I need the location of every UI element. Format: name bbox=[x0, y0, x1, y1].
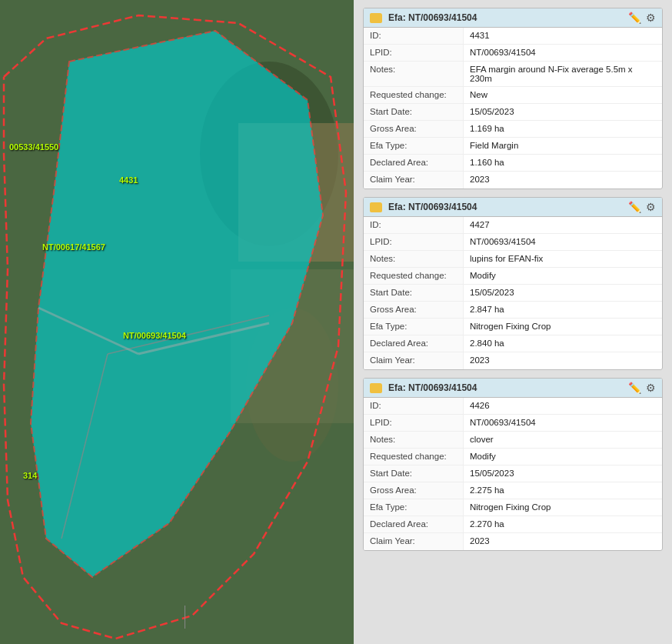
row-value: 2023 bbox=[464, 172, 662, 189]
card-header-2: Efa: NT/00693/41504✏️⚙ bbox=[364, 198, 662, 217]
gear-icon[interactable]: ⚙ bbox=[646, 12, 656, 24]
row-label: Claim Year: bbox=[364, 533, 464, 550]
folder-icon bbox=[370, 13, 382, 23]
row-label: Gross Area: bbox=[364, 302, 464, 318]
row-value: 4427 bbox=[464, 217, 662, 233]
row-label: Gross Area: bbox=[364, 482, 464, 499]
row-value: 15/05/2023 bbox=[464, 285, 662, 301]
table-row: Declared Area:2.270 ha bbox=[364, 516, 662, 533]
row-label: LPID: bbox=[364, 415, 464, 431]
row-value: NT/00693/41504 bbox=[464, 234, 662, 250]
row-label: Notes: bbox=[364, 62, 464, 86]
table-row: Claim Year:2023 bbox=[364, 533, 662, 550]
row-value: 4431 bbox=[464, 28, 662, 44]
table-row: Gross Area:2.847 ha bbox=[364, 302, 662, 319]
table-row: Declared Area:2.840 ha bbox=[364, 335, 662, 352]
row-value: 15/05/2023 bbox=[464, 465, 662, 482]
row-label: Declared Area: bbox=[364, 516, 464, 532]
table-row: Declared Area:1.160 ha bbox=[364, 155, 662, 172]
gear-icon[interactable]: ⚙ bbox=[646, 201, 656, 213]
row-label: Requested change: bbox=[364, 87, 464, 103]
table-row: ID:4431 bbox=[364, 28, 662, 45]
row-value: 2.847 ha bbox=[464, 302, 662, 318]
map-label-4431: 4431 bbox=[119, 175, 138, 185]
gear-icon[interactable]: ⚙ bbox=[646, 382, 656, 394]
row-label: Notes: bbox=[364, 432, 464, 448]
table-row: LPID:NT/00693/41504 bbox=[364, 234, 662, 251]
card-title-text: Efa: NT/00693/41504 bbox=[388, 382, 477, 393]
card-body-2: ID:4427LPID:NT/00693/41504Notes:lupins f… bbox=[364, 217, 662, 369]
card-title-text: Efa: NT/00693/41504 bbox=[388, 12, 477, 23]
table-row: Requested change:Modify bbox=[364, 449, 662, 465]
card-header-1: Efa: NT/00693/41504✏️⚙ bbox=[364, 8, 662, 28]
row-label: Efa Type: bbox=[364, 319, 464, 335]
row-value: 2.270 ha bbox=[464, 516, 662, 532]
row-value: 1.160 ha bbox=[464, 155, 662, 171]
row-label: Gross Area: bbox=[364, 121, 464, 137]
card-title-3: Efa: NT/00693/41504 bbox=[370, 382, 477, 393]
table-row: ID:4427 bbox=[364, 217, 662, 234]
row-value: NT/00693/41504 bbox=[464, 415, 662, 431]
row-label: Declared Area: bbox=[364, 335, 464, 352]
row-value: Nitrogen Fixing Crop bbox=[464, 499, 662, 516]
row-label: ID: bbox=[364, 28, 464, 44]
map-label-nt0069: NT/00693/41504 bbox=[123, 331, 186, 340]
row-label: Notes: bbox=[364, 251, 464, 267]
map-label-314: 314 bbox=[23, 471, 37, 480]
row-value: EFA margin around N-Fix average 5.5m x 2… bbox=[464, 62, 662, 86]
info-card-3: Efa: NT/00693/41504✏️⚙ID:4426LPID:NT/006… bbox=[363, 378, 663, 551]
folder-icon bbox=[370, 383, 382, 393]
map-panel: 00533/41550 4431 NT/00617/41567 NT/00693… bbox=[0, 0, 354, 644]
card-title-2: Efa: NT/00693/41504 bbox=[370, 202, 477, 212]
row-label: Claim Year: bbox=[364, 172, 464, 189]
table-row: Requested change:New bbox=[364, 87, 662, 104]
pencil-icon[interactable]: ✏️ bbox=[628, 12, 641, 24]
row-label: Requested change: bbox=[364, 449, 464, 465]
card-title-text: Efa: NT/00693/41504 bbox=[388, 202, 477, 212]
table-row: Efa Type:Nitrogen Fixing Crop bbox=[364, 499, 662, 516]
map-divider bbox=[185, 606, 185, 629]
row-value: lupins for EFAN-fix bbox=[464, 251, 662, 267]
row-value: 1.169 ha bbox=[464, 121, 662, 137]
card-body-1: ID:4431LPID:NT/00693/41504Notes:EFA marg… bbox=[364, 28, 662, 189]
row-value: clover bbox=[464, 432, 662, 448]
row-label: Start Date: bbox=[364, 285, 464, 301]
row-value: 2.275 ha bbox=[464, 482, 662, 499]
table-row: Notes:lupins for EFAN-fix bbox=[364, 251, 662, 268]
row-label: Efa Type: bbox=[364, 138, 464, 154]
table-row: Gross Area:2.275 ha bbox=[364, 482, 662, 499]
row-label: Requested change: bbox=[364, 268, 464, 284]
row-value: Field Margin bbox=[464, 138, 662, 154]
pencil-icon[interactable]: ✏️ bbox=[628, 382, 641, 394]
table-row: Requested change:Modify bbox=[364, 268, 662, 285]
table-row: Gross Area:1.169 ha bbox=[364, 121, 662, 138]
table-row: Start Date:15/05/2023 bbox=[364, 104, 662, 121]
pencil-icon[interactable]: ✏️ bbox=[628, 201, 641, 213]
row-label: Start Date: bbox=[364, 465, 464, 482]
row-value: Modify bbox=[464, 449, 662, 465]
row-value: Nitrogen Fixing Crop bbox=[464, 319, 662, 335]
map-label-nt0061: NT/00617/41567 bbox=[42, 242, 105, 252]
table-row: LPID:NT/00693/41504 bbox=[364, 415, 662, 432]
table-row: Efa Type:Nitrogen Fixing Crop bbox=[364, 319, 662, 335]
card-body-3: ID:4426LPID:NT/00693/41504Notes:cloverRe… bbox=[364, 398, 662, 550]
row-value: Modify bbox=[464, 268, 662, 284]
row-label: ID: bbox=[364, 217, 464, 233]
table-row: Notes:EFA margin around N-Fix average 5.… bbox=[364, 62, 662, 87]
table-row: ID:4426 bbox=[364, 398, 662, 415]
row-value: 2.840 ha bbox=[464, 335, 662, 352]
table-row: Start Date:15/05/2023 bbox=[364, 285, 662, 302]
card-header-3: Efa: NT/00693/41504✏️⚙ bbox=[364, 379, 662, 398]
table-row: Efa Type:Field Margin bbox=[364, 138, 662, 155]
row-value: 2023 bbox=[464, 352, 662, 369]
table-row: Notes:clover bbox=[364, 432, 662, 449]
row-value: New bbox=[464, 87, 662, 103]
row-value: 2023 bbox=[464, 533, 662, 550]
row-label: Declared Area: bbox=[364, 155, 464, 171]
right-panel: Efa: NT/00693/41504✏️⚙ID:4431LPID:NT/006… bbox=[354, 0, 672, 644]
row-label: Claim Year: bbox=[364, 352, 464, 369]
row-label: LPID: bbox=[364, 234, 464, 250]
row-label: ID: bbox=[364, 398, 464, 414]
row-label: Efa Type: bbox=[364, 499, 464, 516]
map-label-0533: 00533/41550 bbox=[9, 142, 58, 152]
